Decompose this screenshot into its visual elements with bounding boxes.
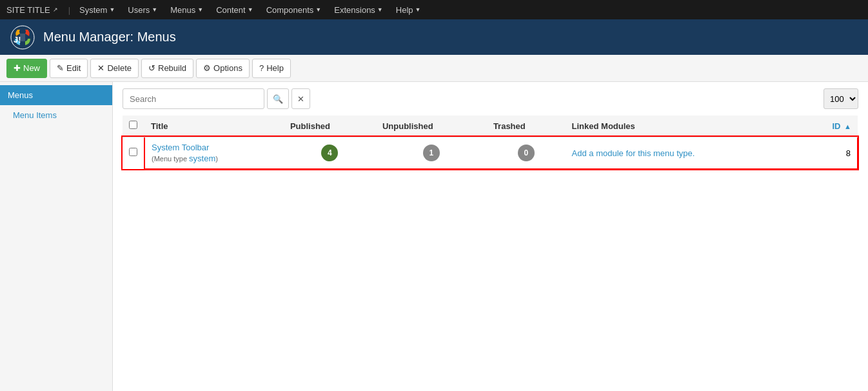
- sort-arrow-icon: ▲: [844, 123, 851, 130]
- header-linked-modules: Linked Modules: [566, 115, 802, 137]
- edit-icon: ✎: [57, 63, 64, 73]
- caret-icon: ▼: [197, 6, 203, 13]
- caret-icon: ▼: [415, 6, 421, 13]
- data-table: Title Published Unpublished Trashed Link…: [123, 115, 858, 170]
- edit-button[interactable]: ✎ Edit: [50, 59, 88, 78]
- row-published-cell: 4: [284, 137, 376, 169]
- delete-button[interactable]: ✕ Delete: [90, 59, 139, 78]
- per-page-select[interactable]: 100: [824, 88, 858, 109]
- nav-item-content[interactable]: Content ▼: [211, 0, 258, 19]
- external-link-icon: ↗: [53, 6, 58, 13]
- svg-text:J!: J!: [14, 35, 21, 45]
- top-nav-bar: SITE TITLE ↗ | System ▼ Users ▼ Menus ▼ …: [0, 0, 868, 19]
- row-checkbox[interactable]: [129, 148, 137, 156]
- header-bar: J! Menu Manager: Menus: [0, 19, 868, 55]
- nav-item-users[interactable]: Users ▼: [123, 0, 163, 19]
- clear-icon: ✕: [297, 94, 304, 104]
- published-badge[interactable]: 4: [321, 145, 338, 161]
- site-title[interactable]: SITE TITLE ↗: [6, 5, 58, 15]
- clear-search-button[interactable]: ✕: [291, 88, 310, 109]
- delete-icon: ✕: [97, 63, 104, 73]
- sidebar: Menus Menu Items: [0, 82, 113, 391]
- header-unpublished: Unpublished: [376, 115, 487, 137]
- search-icon: 🔍: [273, 94, 283, 104]
- search-input[interactable]: [123, 88, 264, 109]
- gear-icon: ⚙: [203, 63, 211, 73]
- row-linked-modules-cell: Add a module for this menu type.: [566, 137, 802, 169]
- table-header-row: Title Published Unpublished Trashed Link…: [123, 115, 858, 137]
- nav-item-extensions[interactable]: Extensions ▼: [329, 0, 388, 19]
- toolbar: ✚ New ✎ Edit ✕ Delete ↺ Rebuild ⚙ Option…: [0, 55, 868, 82]
- nav-item-system[interactable]: System ▼: [74, 0, 120, 19]
- row-trashed-cell: 0: [487, 137, 566, 169]
- site-title-text: SITE TITLE: [6, 5, 50, 15]
- header-published: Published: [284, 115, 376, 137]
- caret-icon: ▼: [377, 6, 383, 13]
- add-module-link[interactable]: Add a module for this menu type.: [572, 148, 695, 158]
- header-id[interactable]: ID ▲: [802, 115, 858, 137]
- rebuild-icon: ↺: [148, 63, 155, 73]
- caret-icon: ▼: [152, 6, 157, 13]
- header-title: Title: [144, 115, 284, 137]
- rebuild-button[interactable]: ↺ Rebuild: [141, 59, 193, 78]
- content-panel: 🔍 ✕ 100 Title Published: [113, 82, 868, 391]
- row-title-link[interactable]: System Toolbar: [152, 143, 209, 152]
- trashed-badge[interactable]: 0: [518, 145, 535, 161]
- joomla-logo[interactable]: J!: [10, 25, 35, 50]
- help-icon: ?: [259, 63, 264, 73]
- caret-icon: ▼: [248, 6, 253, 13]
- search-button[interactable]: 🔍: [267, 88, 289, 109]
- nav-item-menus[interactable]: Menus ▼: [165, 0, 208, 19]
- select-all-checkbox[interactable]: [129, 121, 137, 129]
- nav-item-help[interactable]: Help ▼: [391, 0, 426, 19]
- nav-item-components[interactable]: Components ▼: [261, 0, 327, 19]
- page-title: Menu Manager: Menus: [43, 30, 176, 45]
- help-button[interactable]: ? Help: [252, 59, 291, 78]
- unpublished-badge[interactable]: 1: [423, 145, 440, 161]
- row-id-value: 8: [846, 148, 851, 158]
- row-unpublished-cell: 1: [376, 137, 487, 169]
- sidebar-item-menus[interactable]: Menus: [0, 85, 112, 105]
- main-content: Menus Menu Items 🔍 ✕ 100: [0, 82, 868, 391]
- table-row: System Toolbar (Menu type system) 4 1 0 …: [123, 137, 858, 169]
- search-bar: 🔍 ✕ 100: [123, 88, 858, 109]
- header-trashed: Trashed: [487, 115, 566, 137]
- row-id-cell: 8: [802, 137, 858, 169]
- plus-icon: ✚: [14, 63, 21, 73]
- row-checkbox-cell: [123, 137, 144, 169]
- header-check: [123, 115, 144, 137]
- options-button[interactable]: ⚙ Options: [196, 59, 250, 78]
- caret-icon: ▼: [315, 6, 321, 13]
- sidebar-item-menu-items[interactable]: Menu Items: [0, 105, 112, 125]
- row-title-cell: System Toolbar (Menu type system): [144, 137, 284, 169]
- caret-icon: ▼: [109, 6, 115, 13]
- menu-type-line: (Menu type system): [152, 154, 277, 163]
- new-button[interactable]: ✚ New: [6, 59, 47, 78]
